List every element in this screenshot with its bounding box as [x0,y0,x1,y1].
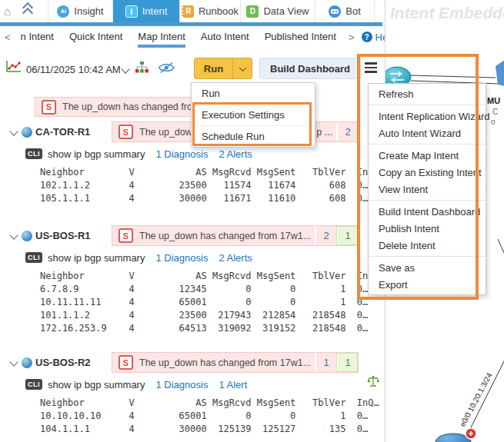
run-dropdown-caret[interactable] [233,66,252,71]
dataview-icon: D [246,5,259,18]
context-menu-item-copy-an-existing-intent[interactable]: Copy an Existing Intent [369,164,486,181]
hamburger-menu-button[interactable] [363,60,380,75]
main-tab-label: Runbook [199,5,239,17]
device-globe-icon [22,231,32,241]
map-label-fragment: o [491,118,496,126]
bot-icon [329,5,341,18]
main-tab-insight[interactable]: AIInsight [48,0,112,22]
menu-separator [369,144,486,145]
ok-count-badge[interactable]: 1 [336,226,358,245]
cli-command[interactable]: show ip bgp summary [48,252,145,264]
prev-tabs-arrow[interactable]: < [5,32,11,43]
device-name[interactable]: CA-TOR-R1 [35,126,90,138]
context-menu-item-view-intent[interactable]: View Intent [369,181,486,198]
alert-count-badge[interactable]: 1 [315,353,336,372]
home-icon[interactable]: ⌂ [4,0,11,22]
main-tab-label: Intent [142,5,168,17]
main-tab-label: Data View [263,5,309,17]
cli-badge: CLI [25,252,42,263]
cli-command[interactable]: show ip bgp summary [48,379,145,390]
link-1-diagnosis[interactable]: 1 Diagnosis [155,252,208,264]
intent-toolbar: 06/11/2025 10:42 AM Run Build Dashboard [0,48,385,85]
severity-s-icon: S [118,125,133,139]
device-name[interactable]: US-BOS-R2 [35,357,91,368]
sub-tab-published-intent[interactable]: Published Intent [265,26,336,48]
chart-icon[interactable] [5,59,23,75]
link-2-alerts[interactable]: 2 Alerts [219,148,252,160]
tab-bar-controls: ⌂ [0,0,48,22]
cli-badge: CLI [25,148,42,159]
main-tab-label: Bot [345,5,361,17]
context-menu-item-publish-intent[interactable]: Publish Intent [369,220,486,237]
chevron-down-icon[interactable] [9,231,18,239]
alert-text-fragment: p ... [316,127,332,138]
device-alert-bar: SThe up_down has changed from 17w1...21 [112,225,359,246]
cli-command[interactable]: show ip bgp summary [48,148,145,160]
sub-tab-bar: < n IntentQuick IntentMap IntentAuto Int… [0,26,385,48]
alert-count-badge[interactable]: 2 [336,122,358,141]
device-globe-icon [22,127,32,138]
next-tabs-arrow[interactable]: > [349,32,355,43]
chevron-down-icon[interactable] [9,357,18,366]
chevron-down-icon[interactable] [9,127,18,135]
run-menu-item-schedule-run[interactable]: Schedule Run [192,125,315,147]
collapse-chevrons-icon[interactable] [24,6,32,17]
timestamp-caret-icon[interactable] [121,65,129,73]
run-menu-item-run[interactable]: Run [192,83,315,104]
link-1-alert[interactable]: 1 Alert [219,379,247,390]
hide-eye-icon[interactable] [158,61,175,74]
alert-text: The up_down has changed from 17w1... [139,357,315,368]
run-menu-item-execution-settings[interactable]: Execution Settings [192,104,315,125]
main-tab-bot[interactable]: Bot [315,0,375,22]
context-menu-item-save-as[interactable]: Save as [369,259,486,276]
cli-command-row: CLIshow ip bgp summary1 Diagnosis2 Alert… [25,250,385,265]
main-tab-label: Insight [74,5,103,17]
alert-count-badge[interactable]: 2 [315,226,336,245]
sub-tab-map-intent[interactable]: Map Intent [138,26,185,48]
context-menu-item-intent-replication-wizard[interactable]: Intent Replication Wizard [369,108,486,125]
cli-command-row: CLIshow ip bgp summary1 Diagnosis1 Alert [25,377,385,392]
intent-context-menu: RefreshIntent Replication WizardAuto Int… [368,83,486,295]
hierarchy-tree-icon[interactable] [135,61,149,75]
menu-separator [369,256,486,257]
context-menu-item-auto-intent-wizard[interactable]: Auto Intent Wizard [369,125,486,141]
severity-s-icon: S [118,355,133,370]
menu-separator [369,200,486,201]
build-dashboard-button[interactable]: Build Dashboard [259,58,361,79]
device-globe-icon [22,357,32,368]
insight-ai-icon: AI [57,5,69,18]
main-tab-data-view[interactable]: DData View [240,0,315,22]
bgp-summary-table: Neighbor V AS MsgRcvd MsgSent TblVer InQ… [40,166,385,205]
help-icon: ? [362,32,372,42]
cut-device-icon [496,60,504,86]
link-1-diagnosis[interactable]: 1 Diagnosis [155,379,208,390]
ok-count-badge[interactable]: 1 [336,353,358,372]
main-tab-intent[interactable]: IIntent [112,0,179,22]
bgp-summary-table: Neighbor V AS MsgRcvd MsgSent TblVer InQ… [40,397,385,436]
device-alert-bar: SThe up_down has changed from 17w1...11 [112,352,359,373]
device-section-us-bos-r2: US-BOS-R2SThe up_down has changed from 1… [0,352,385,436]
context-menu-item-build-intent-dashboard[interactable]: Build Intent Dashboard [369,203,486,220]
severity-s-icon: S [118,228,133,243]
context-menu-item-refresh[interactable]: Refresh [369,85,486,102]
device-name[interactable]: US-BOS-R1 [35,230,91,241]
run-dropdown-menu: RunExecution SettingsSchedule Run [191,82,315,148]
sub-tab-auto-intent[interactable]: Auto Intent [201,26,249,48]
alert-text: The up_down has changed from 17w1... [139,231,315,241]
run-button[interactable]: Run [194,58,252,79]
map-label-fragment: C [492,108,498,116]
link-1-diagnosis[interactable]: 1 Diagnosis [155,148,208,160]
context-menu-item-export[interactable]: Export [369,276,486,293]
compare-scales-icon[interactable] [367,375,379,390]
snapshot-timestamp[interactable]: 06/11/2025 10:42 AM [26,64,121,75]
main-tab-runbook[interactable]: RRunbook [179,0,240,22]
run-button-label: Run [195,63,232,75]
app-window: ⌂ AIInsightIIntentRRunbookDData ViewBot … [0,0,504,442]
context-menu-item-delete-intent[interactable]: Delete Intent [369,237,486,254]
context-menu-item-create-map-intent[interactable]: Create Map Intent [369,147,486,164]
map-device-label: MU [487,96,500,105]
main-tab-bar: ⌂ AIInsightIIntentRRunbookDData ViewBot [0,0,385,22]
sub-tab-n-intent[interactable]: n Intent [21,26,54,48]
link-2-alerts[interactable]: 2 Alerts [219,252,252,264]
sub-tab-quick-intent[interactable]: Quick Intent [69,26,122,48]
